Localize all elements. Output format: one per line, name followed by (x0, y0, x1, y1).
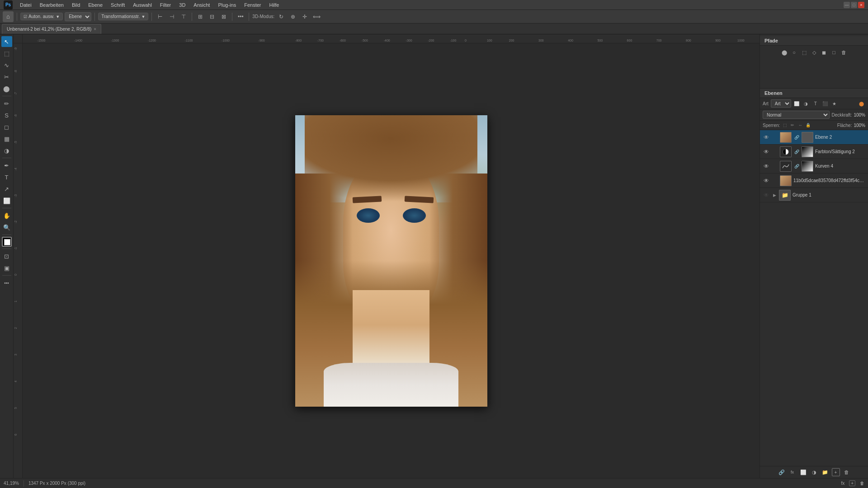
align-right-button[interactable]: ⊤ (179, 12, 189, 22)
layer-row-farbton[interactable]: 👁 🔗 Farbton/Sättigung 2 (760, 145, 868, 159)
delete-layer-button[interactable]: 🗑 (843, 468, 851, 476)
menu-hilfe[interactable]: Hilfe (265, 1, 283, 9)
selection-to-path-button[interactable]: ◇ (810, 48, 818, 56)
move-tool[interactable]: ↖ (1, 36, 12, 47)
new-adjustment-button[interactable]: ◑ (810, 468, 818, 476)
align-left-button[interactable]: ⊢ (155, 12, 165, 22)
new-path-button[interactable]: □ (830, 48, 838, 56)
layer-chain-ebene2[interactable]: 🔗 (793, 134, 800, 141)
adjustment-filter-button[interactable]: ◑ (802, 99, 810, 108)
pen-tool[interactable]: ✒ (1, 160, 12, 171)
menu-plugins[interactable]: Plug-ins (214, 1, 240, 9)
3d-pan-button[interactable]: ✛ (300, 12, 310, 22)
eyedropper-tool[interactable]: ⬤ (1, 83, 12, 94)
layer-expand-gruppe1[interactable]: ▶ (772, 192, 777, 198)
photo-canvas[interactable] (295, 115, 487, 407)
ebene-select[interactable]: Ebene (65, 12, 91, 21)
lock-pixels-button[interactable]: ⬚ (782, 122, 788, 128)
maximize-button[interactable]: □ (851, 2, 857, 8)
selection-tool[interactable]: ⬚ (1, 48, 12, 59)
opacity-value[interactable]: 100% (854, 113, 865, 117)
menu-datei[interactable]: Datei (16, 1, 35, 9)
delete-path-button[interactable]: 🗑 (840, 48, 848, 56)
crop-tool[interactable]: ✂ (1, 71, 12, 82)
distribute-right-button[interactable]: ⊠ (219, 12, 229, 22)
text-tool[interactable]: T (1, 172, 12, 183)
layer-link-ebene2[interactable] (772, 134, 778, 141)
status-new-layer[interactable]: + (849, 480, 855, 486)
gradient-tool[interactable]: ▦ (1, 133, 12, 144)
3d-slide-button[interactable]: ⟺ (311, 12, 321, 22)
zoom-tool[interactable]: 🔍 (1, 222, 12, 233)
status-fx-button[interactable]: fx (841, 481, 844, 486)
layer-row-kurven4[interactable]: 👁 🔗 Kurven 4 (760, 159, 868, 174)
text-filter-button[interactable]: T (811, 99, 820, 108)
path-fill-button[interactable]: ⬤ (780, 48, 788, 56)
layer-link-kurven4[interactable] (772, 163, 778, 169)
layer-row-gruppe1[interactable]: 👁 ▶ 📁 Gruppe 1 (760, 188, 868, 202)
layer-row-photo[interactable]: 👁 11b0d5dcae835708d472ffd3f54ca4c7 (760, 174, 868, 188)
menu-3d[interactable]: 3D (175, 1, 189, 9)
shape-filter-button[interactable]: ⬛ (821, 99, 829, 108)
fill-value[interactable]: 100% (854, 123, 865, 128)
menu-auswahl[interactable]: Auswahl (129, 1, 156, 9)
menu-bild[interactable]: Bild (68, 1, 84, 9)
document-tab[interactable]: Unbenannt-2 bei 41,2% (Ebene 2, RGB/8) × (2, 24, 101, 34)
mask-from-path-button[interactable]: ◼ (820, 48, 828, 56)
tab-close-button[interactable]: × (94, 27, 96, 32)
3d-rotate-button[interactable]: ↻ (276, 12, 286, 22)
distribute-left-button[interactable]: ⊞ (195, 12, 205, 22)
pixel-filter-button[interactable]: ⬜ (793, 99, 801, 108)
menu-ebene[interactable]: Ebene (85, 1, 106, 9)
more-options-button[interactable]: ••• (236, 12, 245, 22)
lock-artboard-button[interactable]: ↔ (797, 122, 803, 128)
transform-options[interactable]: Transformationsstr. ▼ (98, 13, 148, 20)
layer-chain-farbton[interactable]: 🔗 (793, 149, 800, 155)
menu-ansicht[interactable]: Ansicht (190, 1, 213, 9)
new-group-button[interactable]: 📁 (821, 468, 829, 476)
hand-tool[interactable]: ✋ (1, 210, 12, 221)
layer-link-photo[interactable] (772, 178, 778, 184)
layer-link-farbton[interactable] (772, 149, 778, 155)
shape-tool[interactable]: ⬜ (1, 195, 12, 206)
path-stroke-button[interactable]: ○ (790, 48, 798, 56)
layer-filter-toggle[interactable]: ⬤ (857, 99, 865, 108)
menu-schrift[interactable]: Schrift (107, 1, 128, 9)
blend-mode-select[interactable]: Normal (763, 111, 830, 119)
layer-visibility-farbton[interactable]: 👁 (763, 148, 770, 155)
layer-visibility-ebene2[interactable]: 👁 (763, 134, 770, 141)
align-center-h-button[interactable]: ⊣ (167, 12, 177, 22)
eraser-tool[interactable]: ◻ (1, 122, 12, 132)
status-delete[interactable]: 🗑 (860, 481, 864, 486)
menu-filter[interactable]: Filter (156, 1, 175, 9)
menu-fenster[interactable]: Fenster (241, 1, 264, 9)
layer-visibility-gruppe1[interactable]: 👁 (763, 192, 770, 199)
layer-filter-select[interactable]: Art (771, 99, 791, 108)
menu-bearbeiten[interactable]: Bearbeiten (36, 1, 67, 9)
smart-filter-button[interactable]: ★ (830, 99, 839, 108)
link-layers-button[interactable]: 🔗 (778, 468, 786, 476)
layer-chain-kurven4[interactable]: 🔗 (793, 163, 800, 169)
close-button[interactable]: × (858, 2, 864, 8)
distribute-center-button[interactable]: ⊟ (207, 12, 217, 22)
clone-tool[interactable]: S (1, 110, 12, 121)
layer-row-ebene2[interactable]: 👁 🔗 Ebene 2 (760, 130, 868, 145)
new-layer-button[interactable]: + (832, 468, 840, 476)
3d-orbit-button[interactable]: ⊕ (288, 12, 298, 22)
home-button[interactable]: ⌂ (3, 11, 14, 22)
path-select-tool[interactable]: ↗ (1, 183, 12, 194)
add-mask-button[interactable]: ⬜ (799, 468, 807, 476)
lock-position-button[interactable]: ✏ (789, 122, 796, 128)
minimize-button[interactable]: — (844, 2, 850, 8)
dodge-tool[interactable]: ◑ (1, 145, 12, 156)
path-to-selection-button[interactable]: ⬚ (800, 48, 808, 56)
more-tools-button[interactable]: ••• (1, 277, 12, 288)
screen-mode-button[interactable]: ▣ (1, 263, 12, 273)
foreground-color[interactable] (2, 237, 12, 247)
lasso-tool[interactable]: ∿ (1, 60, 12, 70)
add-layer-style-button[interactable]: fx (788, 468, 797, 476)
layer-visibility-kurven4[interactable]: 👁 (763, 163, 770, 170)
lock-all-button[interactable]: 🔒 (805, 122, 811, 128)
brush-tool[interactable]: ✏ (1, 98, 12, 109)
move-tool-options[interactable]: ☑ Auton. ausw. ▼ (20, 13, 63, 20)
